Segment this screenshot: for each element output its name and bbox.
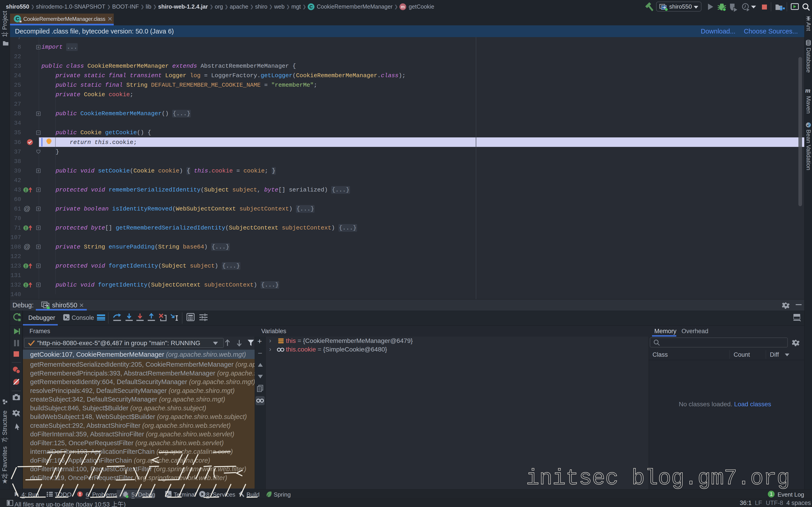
svg-text:I: I: [25, 264, 27, 269]
svg-text:I: I: [25, 226, 27, 231]
svg-text:I: I: [25, 188, 27, 192]
svg-text:shiro550: shiro550: [669, 3, 692, 10]
svg-text:I: I: [25, 283, 27, 288]
